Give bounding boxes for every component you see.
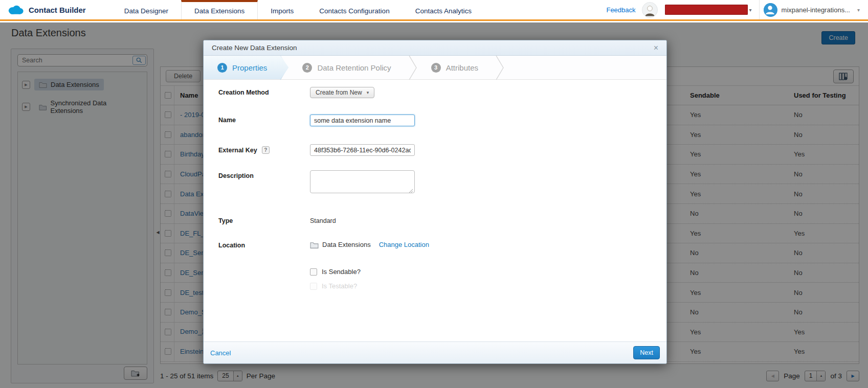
modal-body: Creation Method Create from New ▾ Name E…: [204, 80, 666, 341]
wizard-step[interactable]: 3 Attributes: [417, 56, 496, 79]
step-number-badge: 1: [217, 63, 227, 73]
location-value: Data Extensions: [322, 241, 371, 248]
type-value: Standard: [310, 215, 336, 224]
creation-method-field: Creation Method Create from New ▾: [218, 87, 666, 98]
page-content: Data Extensions Create ▶: [0, 22, 868, 388]
change-location-link[interactable]: Change Location: [379, 241, 429, 248]
modal-footer: Cancel Next: [204, 341, 666, 363]
location-field: Location Data Extensions Change Location: [218, 240, 666, 249]
name-field: Name: [218, 115, 666, 126]
chevron-down-icon: ▾: [749, 7, 752, 13]
creation-method-dropdown[interactable]: Create from New ▾: [310, 87, 374, 98]
cancel-link[interactable]: Cancel: [210, 349, 231, 357]
creation-method-label: Creation Method: [218, 87, 310, 96]
modal-header: Create New Data Extension ×: [204, 40, 666, 56]
wizard-step[interactable]: 2 Data Retention Policy: [288, 56, 408, 79]
step-label: Attributes: [446, 63, 478, 72]
account-menu[interactable]: mixpanel-integrations...: [782, 6, 850, 14]
is-testable-checkbox: [310, 283, 317, 290]
description-field: Description: [218, 170, 666, 195]
is-sendable-label: Is Sendable?: [322, 268, 361, 276]
nav-tab[interactable]: Data Designer: [112, 0, 181, 19]
type-label: Type: [218, 215, 310, 224]
is-sendable-checkbox[interactable]: [310, 268, 317, 276]
app-title: Contact Builder: [29, 6, 86, 14]
description-textarea[interactable]: [310, 170, 415, 193]
step-label: Properties: [232, 63, 267, 72]
redacted-account-selector[interactable]: [665, 5, 748, 15]
is-testable-label: Is Testable?: [322, 282, 357, 290]
external-key-field: External Key ?: [218, 144, 666, 156]
user-avatar[interactable]: [764, 3, 777, 17]
einstein-avatar[interactable]: [642, 2, 658, 18]
nav-tab[interactable]: Data Extensions: [181, 0, 258, 19]
divider: [759, 0, 760, 19]
person-icon: [764, 3, 776, 16]
nav-tab[interactable]: Contacts Configuration: [306, 0, 402, 19]
chevron-down-icon: ▾: [367, 90, 369, 95]
step-chevron-icon: [496, 56, 504, 80]
is-sendable-row: Is Sendable?: [310, 268, 666, 276]
description-label: Description: [218, 170, 310, 179]
nav-tab[interactable]: Imports: [258, 0, 306, 19]
create-data-extension-modal: Create New Data Extension × 1 Properties: [203, 40, 667, 364]
step-number-badge: 3: [431, 63, 441, 73]
location-label: Location: [218, 240, 310, 249]
einstein-icon: [642, 3, 657, 17]
external-key-label: External Key: [218, 147, 257, 154]
is-testable-row: Is Testable?: [310, 282, 666, 290]
modal-title: Create New Data Extension: [212, 44, 297, 52]
name-input[interactable]: [310, 115, 415, 126]
wizard-step[interactable]: 1 Properties: [204, 56, 288, 79]
type-field: Type Standard: [218, 215, 666, 224]
step-chevron-icon: [409, 56, 417, 80]
nav-right: Feedback ▾ mixpanel-integrations... ▾: [606, 0, 868, 19]
salesforce-cloud-icon: [7, 4, 24, 15]
close-icon[interactable]: ×: [654, 44, 658, 52]
folder-icon: [310, 241, 319, 248]
external-key-input[interactable]: [310, 144, 415, 156]
step-label: Data Retention Policy: [317, 63, 391, 72]
name-label: Name: [218, 115, 310, 124]
top-nav: Contact Builder Data Designer Data Exten…: [0, 0, 868, 21]
next-button[interactable]: Next: [633, 346, 660, 359]
wizard-steps: 1 Properties 2 Data Retention Policy: [204, 56, 666, 80]
chevron-down-icon[interactable]: ▾: [857, 7, 860, 13]
app-brand[interactable]: Contact Builder: [0, 0, 97, 19]
nav-tabs: Data Designer Data Extensions Imports Co…: [112, 0, 484, 19]
nav-tab[interactable]: Contacts Analytics: [403, 0, 484, 19]
feedback-link[interactable]: Feedback: [606, 6, 635, 14]
help-icon[interactable]: ?: [262, 146, 270, 154]
step-number-badge: 2: [302, 63, 312, 73]
